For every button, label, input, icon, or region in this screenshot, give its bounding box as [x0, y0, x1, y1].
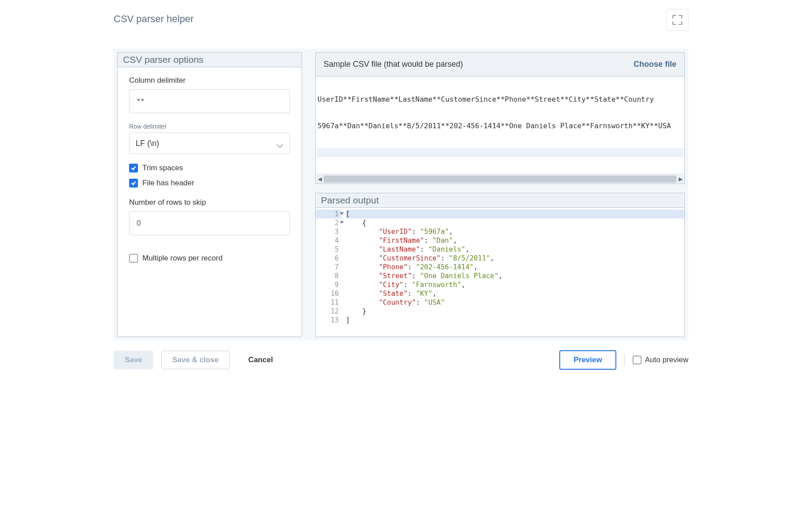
column-delimiter-label: Column delimiter: [129, 76, 290, 85]
parsed-output-title: Parsed output: [316, 193, 684, 208]
cancel-button[interactable]: Cancel: [238, 351, 284, 369]
code-line: "CustomerSince": "8/5/2011",: [346, 254, 684, 263]
trim-spaces-label: Trim spaces: [142, 164, 183, 172]
fullscreen-icon: [672, 15, 682, 25]
footer-bar: Save Save & close Cancel Preview Auto pr…: [114, 341, 688, 383]
gutter-line: 10: [316, 289, 341, 298]
auto-preview-label: Auto preview: [645, 356, 688, 364]
parsed-output-code: [ { "UserID": "5967a", "FirstName": "Dan…: [342, 208, 684, 337]
choose-file-button[interactable]: Choose file: [634, 60, 676, 69]
trim-spaces-checkbox[interactable]: [129, 164, 138, 172]
gutter-line: 1: [316, 210, 341, 218]
sample-text-area[interactable]: UserID**FirstName**LastName**CustomerSin…: [316, 77, 684, 174]
rows-skip-label: Number of rows to skip: [129, 198, 290, 207]
preview-button[interactable]: Preview: [559, 350, 616, 370]
gutter-line: 4: [316, 236, 341, 245]
options-panel: CSV parser options Column delimiter Row …: [117, 52, 302, 337]
code-line: }: [346, 307, 684, 316]
save-button[interactable]: Save: [114, 351, 153, 369]
trim-spaces-row[interactable]: Trim spaces: [129, 164, 290, 172]
multiple-rows-label: Multiple rows per record: [142, 254, 222, 263]
code-line: [: [346, 210, 684, 218]
gutter-line: 9: [316, 280, 341, 289]
row-delimiter-value: LF (\n): [136, 139, 159, 148]
code-line: "Street": "One Daniels Place",: [346, 272, 684, 280]
multiple-rows-row[interactable]: Multiple rows per record: [129, 254, 290, 263]
file-has-header-label: File has header: [142, 179, 194, 188]
row-delimiter-select[interactable]: LF (\n): [129, 133, 290, 154]
code-line: "LastName": "Daniels",: [346, 245, 684, 254]
scroll-track[interactable]: [324, 176, 676, 183]
code-line: "FirstName": "Dan",: [346, 236, 684, 245]
sample-panel-title: Sample CSV file (that would be parsed): [324, 60, 463, 69]
line-number-gutter: 12345678910111213: [316, 208, 342, 337]
chevron-down-icon: [276, 141, 283, 145]
code-line: "Phone": "202-456-1414",: [346, 263, 684, 272]
code-line: "Country": "USA": [346, 298, 684, 307]
file-has-header-row[interactable]: File has header: [129, 179, 290, 188]
parsed-output-panel: Parsed output 12345678910111213 [ { "Use…: [315, 193, 685, 337]
fullscreen-button[interactable]: [666, 9, 688, 31]
code-line: {: [346, 218, 684, 227]
sample-line: UserID**FirstName**LastName**CustomerSin…: [317, 95, 684, 104]
workspace: CSV parser options Column delimiter Row …: [114, 49, 688, 341]
scroll-left-icon[interactable]: ◀: [317, 176, 323, 182]
divider: [624, 354, 625, 366]
horizontal-scrollbar[interactable]: ◀ ▶: [316, 174, 684, 184]
gutter-line: 13: [316, 316, 341, 325]
sample-cursor-line: [317, 148, 684, 157]
save-close-button[interactable]: Save & close: [161, 351, 230, 369]
gutter-line: 8: [316, 272, 341, 280]
gutter-line: 7: [316, 263, 341, 272]
sample-panel: Sample CSV file (that would be parsed) C…: [315, 52, 685, 184]
auto-preview-toggle[interactable]: Auto preview: [633, 356, 688, 364]
code-line: ]: [346, 316, 684, 325]
gutter-line: 3: [316, 227, 341, 236]
auto-preview-checkbox[interactable]: [633, 356, 642, 364]
page-title: CSV parser helper: [114, 13, 194, 25]
row-delimiter-label: Row delimiter: [129, 123, 290, 130]
gutter-line: 2: [316, 218, 341, 227]
code-line: "City": "Farnsworth",: [346, 280, 684, 289]
code-line: "State": "KY",: [346, 289, 684, 298]
options-panel-title: CSV parser options: [118, 53, 302, 67]
multiple-rows-checkbox[interactable]: [129, 254, 138, 263]
parsed-output-body[interactable]: 12345678910111213 [ { "UserID": "5967a",…: [316, 208, 684, 337]
column-delimiter-input[interactable]: [129, 89, 290, 113]
sample-line: 5967a**Dan**Daniels**8/5/2011**202-456-1…: [317, 122, 684, 130]
code-line: "UserID": "5967a",: [346, 227, 684, 236]
file-has-header-checkbox[interactable]: [129, 179, 138, 188]
gutter-line: 6: [316, 254, 341, 263]
gutter-line: 11: [316, 298, 341, 307]
scroll-right-icon[interactable]: ▶: [677, 176, 684, 182]
rows-skip-input[interactable]: [129, 211, 290, 235]
gutter-line: 5: [316, 245, 341, 254]
gutter-line: 12: [316, 307, 341, 316]
